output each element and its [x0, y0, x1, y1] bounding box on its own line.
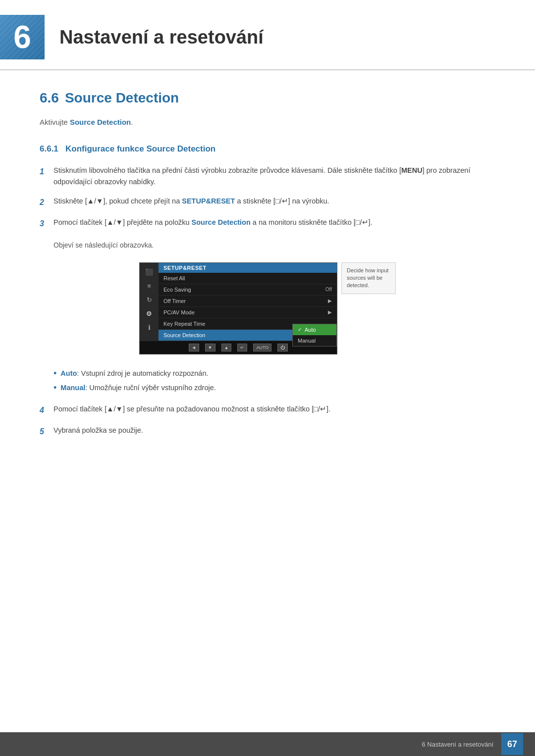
screen-container: ⬛ ≡ ↻ ⚙ ℹ SETUP&RESET Reset All — [40, 262, 495, 354]
submenu-manual-label: Manual — [298, 338, 316, 344]
check-icon: ✓ — [298, 327, 302, 332]
bullet-dot-manual: • — [54, 383, 56, 394]
menu-item-eco: Eco Saving Off — [159, 284, 337, 296]
menu-item-sourcedetect: Source Detection ✓ Auto Manual — [159, 330, 337, 341]
bullet-dot-auto: • — [54, 368, 56, 379]
chapter-title: Nastavení a resetování — [59, 27, 264, 48]
screen-with-tooltip: ⬛ ≡ ↻ ⚙ ℹ SETUP&RESET Reset All — [139, 262, 396, 354]
step-5-text: Vybraná položka se použije. — [54, 425, 495, 436]
auto-label: Auto — [60, 369, 77, 377]
btn-power-icon: ⏻ — [277, 344, 288, 352]
step-3: 3 Pomocí tlačítek [▲/▼] přejděte na polo… — [40, 217, 495, 230]
bullet-auto: • Auto: Vstupní zdroj je automaticky roz… — [54, 368, 495, 379]
section-title: 6.6 Source Detection — [40, 90, 495, 106]
footer-page-number: 67 — [501, 733, 523, 755]
step-5-number: 5 — [40, 425, 54, 438]
menu-header: SETUP&RESET — [159, 263, 337, 273]
subsection-title: 6.6.1 Konfigurace funkce Source Detectio… — [40, 144, 495, 154]
steps-list-2: 4 Pomocí tlačítek [▲/▼] se přesuňte na p… — [40, 403, 495, 438]
submenu-manual: Manual — [293, 335, 336, 346]
steps-list: 1 Stisknutím libovolného tlačítka na pře… — [40, 165, 495, 230]
item-arrow-pcav: ▶ — [328, 309, 332, 315]
icon-info: ℹ — [144, 322, 155, 333]
activate-line: Aktivujte Source Detection. — [40, 118, 495, 126]
step2-setup: SETUP&RESET — [182, 197, 235, 205]
manual-label: Manual — [60, 384, 85, 392]
btn-up-icon: ▲ — [221, 344, 232, 352]
btn-enter: ↵ — [237, 344, 247, 352]
page-footer: 6 Nastavení a resetování 67 — [0, 732, 535, 756]
section-heading: Source Detection — [65, 90, 179, 106]
step-1-number: 1 — [40, 165, 54, 178]
section-number: 6.6 — [40, 90, 59, 106]
btn-power: ⏻ — [277, 344, 288, 352]
chapter-header: 6 Nastavení a resetování — [0, 0, 535, 70]
screen-tooltip: Decide how input sources will be detecte… — [341, 262, 396, 294]
icon-lines: ≡ — [144, 281, 155, 292]
step-3-number: 3 — [40, 217, 54, 230]
step-2: 2 Stiskněte [▲/▼], pokud chcete přejít n… — [40, 196, 495, 209]
submenu-popup: ✓ Auto Manual — [292, 324, 337, 347]
step-4-text: Pomocí tlačítek [▲/▼] se přesuňte na pož… — [54, 403, 495, 415]
btn-down: ▼ — [205, 344, 215, 352]
step-5: 5 Vybraná položka se použije. — [40, 425, 495, 438]
btn-auto-icon: AUTO — [253, 344, 271, 352]
btn-enter-icon: ↵ — [237, 344, 247, 352]
item-label-pcav: PC/AV Mode — [163, 309, 195, 315]
bullet-auto-text: Auto: Vstupní zdroj je automaticky rozpo… — [60, 368, 208, 379]
item-arrow-offtimer: ▶ — [328, 298, 332, 303]
monitor-sidebar: ⬛ ≡ ↻ ⚙ ℹ SETUP&RESET Reset All — [140, 263, 337, 341]
step-1: 1 Stisknutím libovolného tlačítka na pře… — [40, 165, 495, 188]
item-label-keyrepeat: Key Repeat Time — [163, 321, 205, 327]
monitor-screen: ⬛ ≡ ↻ ⚙ ℹ SETUP&RESET Reset All — [139, 262, 337, 354]
footer-text: 6 Nastavení a resetování — [422, 741, 493, 748]
btn-auto: AUTO — [253, 344, 271, 352]
icon-gear: ⚙ — [144, 308, 155, 319]
sidebar-icons: ⬛ ≡ ↻ ⚙ ℹ — [140, 263, 159, 341]
submenu-auto: ✓ Auto — [293, 324, 336, 335]
menu-item-reset-all: Reset All — [159, 273, 337, 284]
step-2-number: 2 — [40, 196, 54, 209]
subsection-number: 6.6.1 — [40, 144, 58, 153]
bullet-manual-text: Manual: Umožňuje ruční výběr vstupního z… — [60, 383, 216, 394]
step-3-text: Pomocí tlačítek [▲/▼] přejděte na položk… — [54, 217, 495, 228]
key-menu: MENU — [401, 166, 423, 174]
activate-suffix: . — [131, 118, 133, 126]
chapter-number: 6 — [13, 19, 31, 55]
step-2-text: Stiskněte [▲/▼], pokud chcete přejít na … — [54, 196, 495, 207]
step3-source: Source Detection — [192, 218, 251, 226]
step-1-text: Stisknutím libovolného tlačítka na předn… — [54, 165, 495, 188]
btn-up: ▲ — [221, 344, 232, 352]
chapter-number-box: 6 — [0, 15, 45, 59]
item-label-sourcedetect: Source Detection — [163, 332, 205, 338]
menu-items: Reset All Eco Saving Off Off Timer ▶ — [159, 273, 337, 341]
submenu-auto-label: Auto — [305, 327, 316, 333]
note-text: Objeví se následující obrazovka. — [54, 240, 495, 251]
menu-item-pcav: PC/AV Mode ▶ — [159, 307, 337, 318]
item-value-eco: Off — [325, 287, 332, 292]
menu-item-offtimer: Off Timer ▶ — [159, 296, 337, 307]
btn-down-icon: ▼ — [205, 344, 215, 352]
step-4-number: 4 — [40, 404, 54, 417]
menu-content: SETUP&RESET Reset All Eco Saving Off — [159, 263, 337, 341]
activate-prefix: Aktivujte — [40, 118, 68, 126]
icon-cycle: ↻ — [144, 295, 155, 305]
step-4: 4 Pomocí tlačítek [▲/▼] se přesuňte na p… — [40, 403, 495, 417]
icon-display: ⬛ — [144, 267, 155, 278]
item-label-reset: Reset All — [163, 275, 185, 281]
main-content: 6.6 Source Detection Aktivujte Source De… — [0, 90, 535, 438]
btn-left: ◄ — [189, 344, 199, 352]
bullet-list: • Auto: Vstupní zdroj je automaticky roz… — [54, 368, 495, 394]
activate-link: Source Detection — [70, 118, 131, 126]
bullet-manual: • Manual: Umožňuje ruční výběr vstupního… — [54, 383, 495, 394]
subsection-heading: Konfigurace funkce Source Detection — [65, 144, 215, 153]
item-label-offtimer: Off Timer — [163, 298, 186, 304]
btn-left-icon: ◄ — [189, 344, 199, 352]
item-label-eco: Eco Saving — [163, 287, 191, 293]
